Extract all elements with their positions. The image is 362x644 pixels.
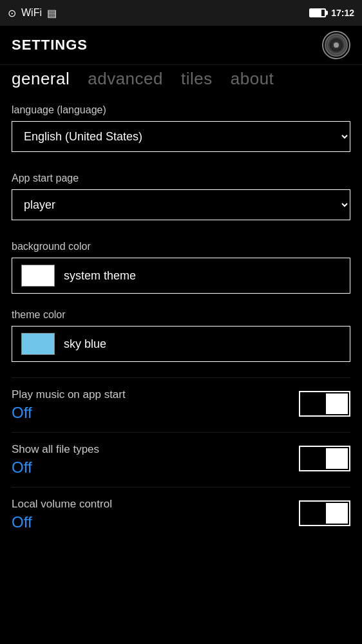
status-bar-left: ⊙ WiFi ▤ <box>8 7 57 19</box>
wifi-icon: WiFi <box>21 7 42 19</box>
local-volume-label: Local volume control <box>12 498 112 511</box>
app-icon[interactable] <box>322 31 350 59</box>
play-music-row: Play music on app start Off <box>12 377 350 432</box>
local-volume-toggle[interactable] <box>299 500 350 526</box>
background-color-section: background color system theme <box>12 241 350 294</box>
local-volume-row: Local volume control Off <box>12 487 350 542</box>
background-color-field[interactable]: system theme <box>12 258 350 294</box>
language-section: language (language) English (United Stat… <box>12 104 350 167</box>
play-music-value: Off <box>12 404 126 422</box>
play-music-knob <box>326 393 348 414</box>
tab-advanced[interactable]: advanced <box>88 68 163 93</box>
status-bar: ⊙ WiFi ▤ 17:12 <box>0 0 362 26</box>
background-color-swatch <box>21 265 55 287</box>
theme-color-label: theme color <box>12 309 350 321</box>
theme-color-swatch <box>21 333 55 355</box>
show-file-types-toggle[interactable] <box>299 446 350 471</box>
clock: 17:12 <box>331 8 354 18</box>
background-color-label: background color <box>12 241 350 252</box>
language-select[interactable]: English (United States) <box>12 121 350 152</box>
play-music-label: Play music on app start <box>12 388 126 401</box>
app-title: SETTINGS <box>12 37 88 53</box>
status-bar-right: 17:12 <box>309 8 354 18</box>
language-label: language (language) <box>12 104 350 116</box>
play-music-info: Play music on app start Off <box>12 388 126 422</box>
show-file-types-row: Show all file types Off <box>12 432 350 487</box>
theme-color-value: sky blue <box>64 337 106 351</box>
local-volume-value: Off <box>12 513 112 531</box>
settings-content: language (language) English (United Stat… <box>0 93 362 542</box>
background-color-value: system theme <box>64 269 136 283</box>
app-header: SETTINGS <box>0 26 362 65</box>
tab-tiles[interactable]: tiles <box>181 68 213 93</box>
play-music-toggle[interactable] <box>299 391 350 417</box>
show-file-types-knob <box>326 448 348 469</box>
vinyl-icon <box>325 33 348 57</box>
tab-bar: general advanced tiles about <box>0 68 362 93</box>
theme-color-section: theme color sky blue <box>12 309 350 362</box>
tab-about[interactable]: about <box>231 68 274 93</box>
tab-general[interactable]: general <box>12 68 70 93</box>
show-file-types-value: Off <box>12 459 99 477</box>
local-volume-knob <box>326 503 348 524</box>
local-volume-info: Local volume control Off <box>12 498 112 531</box>
app-start-page-section: App start page player <box>12 173 350 236</box>
app-start-page-select[interactable]: player <box>12 189 350 220</box>
show-file-types-label: Show all file types <box>12 443 99 456</box>
show-file-types-info: Show all file types Off <box>12 443 99 477</box>
message-icon: ▤ <box>47 7 57 19</box>
signal-icon: ⊙ <box>8 7 16 19</box>
app-start-page-label: App start page <box>12 173 350 184</box>
theme-color-field[interactable]: sky blue <box>12 326 350 362</box>
battery-icon <box>309 8 326 17</box>
